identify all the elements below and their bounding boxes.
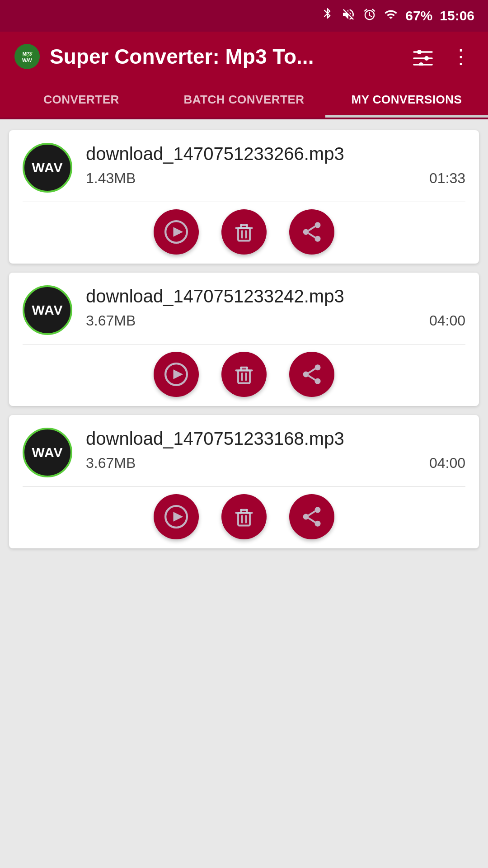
svg-point-18 (315, 222, 321, 228)
app-title: Super Converter: Mp3 To... (50, 44, 399, 69)
file-meta-1: 1.43MB 01:33 (86, 170, 465, 187)
tab-my-conversions[interactable]: MY CONVERSIONS (325, 81, 488, 118)
card-header-1: WAV download_1470751233266.mp3 1.43MB 01… (23, 143, 465, 193)
file-size-1: 1.43MB (86, 170, 136, 187)
share-button-3[interactable] (289, 494, 334, 539)
share-icon-2 (300, 363, 324, 386)
badge-text-3: WAV (32, 445, 63, 460)
svg-line-49 (309, 511, 315, 516)
card-header-3: WAV download_1470751233168.mp3 3.67MB 04… (23, 428, 465, 477)
mute-icon (341, 7, 356, 25)
svg-rect-11 (238, 228, 250, 241)
file-duration-3: 04:00 (429, 455, 465, 472)
svg-line-36 (309, 376, 315, 380)
wav-badge-1: WAV (23, 143, 72, 193)
tab-converter[interactable]: CONVERTER (0, 81, 163, 118)
play-icon-1 (164, 220, 188, 244)
share-button-1[interactable] (289, 209, 334, 255)
svg-point-34 (315, 378, 321, 384)
share-icon-3 (300, 505, 324, 528)
delete-button-1[interactable] (221, 209, 267, 255)
play-icon-2 (164, 363, 188, 386)
svg-line-50 (309, 518, 315, 523)
bluetooth-icon (321, 7, 334, 25)
card-header-2: WAV download_1470751233242.mp3 3.67MB 04… (23, 285, 465, 335)
wav-badge-3: WAV (23, 428, 72, 477)
time-display: 15:06 (440, 8, 474, 24)
svg-text:WAV: WAV (22, 58, 32, 63)
app-bar: MP3 WAV Super Converter: Mp3 To... ⋮ (0, 32, 488, 81)
app-bar-actions: ⋮ (408, 43, 474, 70)
status-bar: 67% 15:06 (0, 0, 488, 32)
card-divider-2 (23, 344, 465, 344)
badge-text-2: WAV (32, 302, 63, 318)
conversion-card-3: WAV download_1470751233168.mp3 3.67MB 04… (9, 415, 479, 548)
svg-point-20 (315, 236, 321, 242)
conversion-card-2: WAV download_1470751233242.mp3 3.67MB 04… (9, 273, 479, 406)
svg-rect-25 (238, 370, 250, 383)
svg-line-35 (309, 369, 315, 373)
file-duration-2: 04:00 (429, 312, 465, 329)
file-size-2: 3.67MB (86, 312, 136, 329)
svg-point-6 (424, 56, 429, 61)
play-button-2[interactable] (154, 352, 199, 397)
svg-point-8 (419, 62, 423, 66)
svg-marker-24 (174, 369, 183, 379)
svg-point-47 (303, 514, 309, 520)
status-icons: 67% 15:06 (321, 7, 474, 25)
trash-icon-2 (232, 363, 256, 386)
file-name-1: download_1470751233266.mp3 (86, 143, 465, 165)
wav-badge-2: WAV (23, 285, 72, 335)
svg-line-22 (309, 233, 315, 238)
trash-icon-1 (232, 220, 256, 244)
file-name-3: download_1470751233168.mp3 (86, 428, 465, 449)
card-divider-1 (23, 202, 465, 202)
file-size-3: 3.67MB (86, 455, 136, 472)
play-icon-3 (164, 505, 188, 528)
svg-marker-38 (174, 512, 183, 522)
conversions-list: WAV download_1470751233266.mp3 1.43MB 01… (0, 119, 488, 559)
svg-point-4 (417, 50, 422, 54)
more-options-button[interactable]: ⋮ (447, 43, 474, 70)
tabs-bar: CONVERTER BATCH CONVERTER MY CONVERSIONS (0, 81, 488, 118)
file-meta-3: 3.67MB 04:00 (86, 455, 465, 472)
tab-batch-converter[interactable]: BATCH CONVERTER (163, 81, 325, 118)
card-divider-3 (23, 486, 465, 487)
svg-point-48 (315, 521, 321, 527)
svg-line-21 (309, 226, 315, 231)
sliders-icon (411, 47, 435, 66)
play-button-3[interactable] (154, 494, 199, 539)
svg-point-19 (303, 229, 309, 235)
card-actions-2 (23, 352, 465, 397)
svg-point-32 (315, 364, 321, 370)
card-info-1: download_1470751233266.mp3 1.43MB 01:33 (86, 143, 465, 187)
delete-button-3[interactable] (221, 494, 267, 539)
app-logo: MP3 WAV (14, 43, 41, 70)
card-info-3: download_1470751233168.mp3 3.67MB 04:00 (86, 428, 465, 472)
file-meta-2: 3.67MB 04:00 (86, 312, 465, 329)
badge-text-1: WAV (32, 160, 63, 175)
trash-icon-3 (232, 505, 256, 528)
card-actions-1 (23, 209, 465, 255)
battery-percentage: 67% (405, 8, 432, 24)
file-name-2: download_1470751233242.mp3 (86, 285, 465, 307)
delete-button-2[interactable] (221, 352, 267, 397)
alarm-icon (363, 8, 376, 24)
card-actions-3 (23, 494, 465, 539)
share-icon-1 (300, 220, 324, 244)
svg-point-33 (303, 372, 309, 377)
svg-point-46 (315, 507, 321, 513)
play-button-1[interactable] (154, 209, 199, 255)
more-vert-icon: ⋮ (451, 47, 471, 66)
conversion-card-1: WAV download_1470751233266.mp3 1.43MB 01… (9, 130, 479, 264)
card-info-2: download_1470751233242.mp3 3.67MB 04:00 (86, 285, 465, 329)
svg-marker-10 (174, 227, 183, 237)
file-duration-1: 01:33 (429, 170, 465, 187)
settings-button[interactable] (408, 44, 438, 69)
svg-rect-39 (238, 513, 250, 525)
signal-icon (384, 8, 398, 24)
share-button-2[interactable] (289, 352, 334, 397)
